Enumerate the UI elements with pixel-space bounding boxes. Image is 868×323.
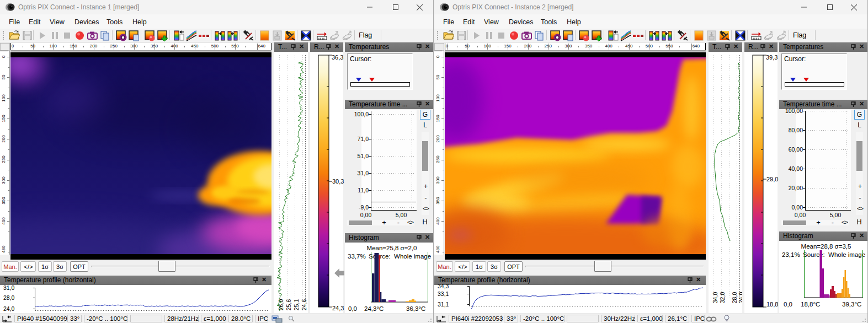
svg-text:24,0: 24,0 (738, 292, 743, 304)
svg-text:34,0: 34,0 (712, 292, 718, 304)
svg-text:28,0: 28,0 (731, 292, 738, 304)
svg-text:26,0: 26,0 (278, 299, 284, 311)
svg-text:25,1: 25,1 (293, 299, 300, 311)
svg-text:24,6: 24,6 (301, 299, 307, 311)
svg-text:32,0: 32,0 (719, 292, 726, 304)
svg-text:25,6: 25,6 (285, 299, 292, 311)
